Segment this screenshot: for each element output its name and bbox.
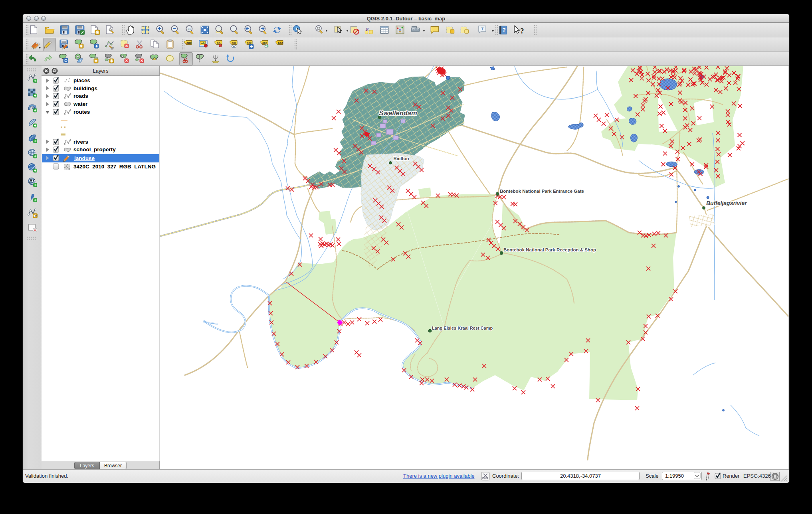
svg-text:Bontebok National Park Entranc: Bontebok National Park Entrance Gate: [500, 189, 584, 194]
svg-text:abc: abc: [186, 41, 192, 45]
svg-text:ε: ε: [366, 25, 368, 33]
svg-text:1:1: 1:1: [188, 28, 191, 30]
svg-text:Railton: Railton: [394, 156, 409, 161]
svg-text:abc: abc: [232, 41, 236, 45]
svg-text:Swellendam: Swellendam: [379, 109, 417, 117]
svg-text:T: T: [481, 26, 484, 31]
svg-text:abc: abc: [262, 41, 267, 45]
svg-text:ab: ab: [201, 42, 204, 45]
svg-text:Buffeljagsrivier: Buffeljagsrivier: [706, 200, 747, 206]
svg-text:Lang Elsies Kraal Rest Camp: Lang Elsies Kraal Rest Camp: [432, 326, 493, 330]
svg-text:?: ?: [502, 27, 506, 33]
svg-text:abc: abc: [247, 41, 252, 45]
svg-text:?: ?: [520, 27, 524, 35]
svg-text:Bontebok National Park Recepti: Bontebok National Park Reception & Shop: [503, 247, 596, 252]
svg-text:ab: ab: [217, 41, 220, 45]
svg-text:abc: abc: [278, 41, 283, 45]
